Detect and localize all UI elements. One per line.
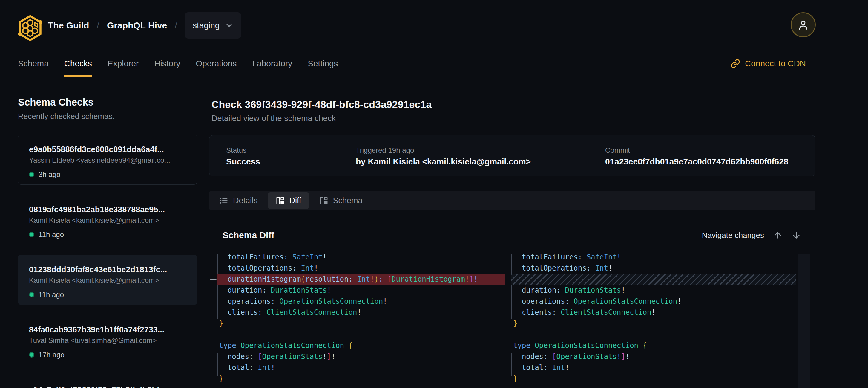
check-hash: e9a0b55886fd3ce608c091dda6a4f... <box>29 145 186 154</box>
diff-scrollbar[interactable] <box>798 254 810 388</box>
diff-columns-icon <box>276 196 285 205</box>
view-tab-label: Details <box>233 196 258 205</box>
nav-tab-explorer[interactable]: Explorer <box>107 51 138 77</box>
check-author: Tuval Simha <tuval.simha@Gmail.com> <box>29 336 186 345</box>
sidebar-subtitle: Recently checked schemas. <box>18 111 197 121</box>
diff-pane-before: totalFailures: SafeInt! totalOperations:… <box>217 254 505 388</box>
breadcrumb-separator: / <box>97 21 99 30</box>
status-value: Success <box>226 157 260 167</box>
status-dot-icon <box>29 172 34 177</box>
code-line: type OperationStatsConnection { <box>512 340 796 351</box>
arrow-up-icon[interactable] <box>773 231 782 240</box>
check-time: 17h ago <box>38 351 64 359</box>
target-select-value: staging <box>193 21 220 30</box>
check-view-tabs: DetailsDiffSchema <box>209 191 815 210</box>
status-column: Status Success <box>226 146 260 167</box>
code-line: totalOperations: Int! <box>217 263 505 274</box>
code-line: } <box>512 318 796 329</box>
commit-value: 01a23ee0f7db01a9e7ac0d0747d62bb900f0f628 <box>605 157 788 167</box>
app-header: The Guild / GraphQL Hive / staging Schem… <box>0 0 868 77</box>
check-card[interactable]: c14e7eff1ef30001f70e72b8ffefb8bf... <box>18 375 197 388</box>
check-card[interactable]: 0819afc4981ba2ab18e338788ae95...Kamil Ki… <box>18 195 197 245</box>
breadcrumb-org[interactable]: The Guild <box>48 20 89 30</box>
code-line: operations: OperationStatsConnection! <box>217 296 505 307</box>
view-tab-label: Diff <box>289 196 301 205</box>
navigate-changes-group: Navigate changes <box>702 231 801 240</box>
status-dot-icon <box>29 352 34 358</box>
nav-tab-schema[interactable]: Schema <box>18 51 49 77</box>
check-list: e9a0b55886fd3ce608c091dda6a4f...Yassin E… <box>18 135 197 388</box>
app-root: The Guild / GraphQL Hive / staging Schem… <box>0 0 868 388</box>
breadcrumb-project[interactable]: GraphQL Hive <box>107 20 167 30</box>
code-line: } <box>217 318 505 329</box>
code-after: totalFailures: SafeInt! totalOperations:… <box>512 254 796 384</box>
check-time-row: 11h ago <box>29 231 186 239</box>
chevron-down-icon <box>225 21 233 30</box>
schema-diff-header: Schema Diff Navigate changes <box>209 230 815 240</box>
diff-pane-after: totalFailures: SafeInt! totalOperations:… <box>512 254 796 388</box>
connect-to-cdn-button[interactable]: Connect to CDN <box>731 51 806 77</box>
check-author: Kamil Kisiela <kamil.kisiela@gmail.com> <box>29 216 186 225</box>
user-icon <box>797 19 809 31</box>
view-tab-schema[interactable]: Schema <box>312 192 370 209</box>
check-author: Yassin Eldeeb <yassineldeeb94@gmail.co..… <box>29 156 186 165</box>
nav-tab-settings[interactable]: Settings <box>308 51 338 77</box>
hive-honeycomb-logo[interactable] <box>17 14 44 42</box>
arrow-down-icon[interactable] <box>792 231 801 240</box>
code-line: nodes: [OperationStats!]! <box>512 351 796 362</box>
code-line: } <box>217 374 505 384</box>
breadcrumb: The Guild / GraphQL Hive / staging <box>48 0 241 51</box>
diff-removed-line: durationHistogram(resolution: Int!): [Du… <box>217 274 505 285</box>
check-card[interactable]: e9a0b55886fd3ce608c091dda6a4f...Yassin E… <box>18 135 197 185</box>
code-line: duration: DurationStats! <box>512 285 796 296</box>
diff-collapsed-region <box>512 274 796 285</box>
nav-tab-operations[interactable]: Operations <box>196 51 237 77</box>
code-line: total: Int! <box>512 362 796 374</box>
code-line: totalOperations: Int! <box>512 263 796 274</box>
check-time: 11h ago <box>38 231 64 239</box>
check-card[interactable]: 84fa0cab9367b39e1b1ff0a74f2733...Tuval S… <box>18 315 197 365</box>
check-hash: c14e7eff1ef30001f70e72b8ffefb8bf... <box>29 385 186 388</box>
code-line: duration: DurationStats! <box>217 285 505 296</box>
breadcrumb-separator: / <box>175 21 177 30</box>
check-time: 11h ago <box>38 291 64 299</box>
code-line: clients: ClientStatsConnection! <box>512 307 796 318</box>
triggered-value: by Kamil Kisiela <kamil.kisiela@gmail.co… <box>356 157 531 167</box>
code-line: nodes: [OperationStats!]! <box>217 351 505 362</box>
schema-diff-title: Schema Diff <box>222 230 274 240</box>
view-tab-diff[interactable]: Diff <box>268 192 309 209</box>
check-time: 3h ago <box>38 170 60 179</box>
schema-checks-sidebar: Schema Checks Recently checked schemas. … <box>18 96 197 388</box>
page-title: Check 369f3439-929f-48df-bfc8-cd3a9291ec… <box>212 99 815 110</box>
page-subtitle: Detailed view of the schema check <box>212 114 815 123</box>
check-time-row: 17h ago <box>29 351 186 359</box>
code-line <box>217 329 505 340</box>
check-author: Kamil Kisiela <kamil.kisiela@gmail.com> <box>29 276 186 285</box>
code-line <box>512 329 796 340</box>
schema-diff-editor[interactable]: totalFailures: SafeInt! totalOperations:… <box>209 254 815 388</box>
check-card[interactable]: 01238ddd30faf8c43e61be2d1813fc...Kamil K… <box>18 255 197 305</box>
target-select[interactable]: staging <box>185 12 241 38</box>
check-time-row: 3h ago <box>29 170 186 179</box>
commit-column: Commit 01a23ee0f7db01a9e7ac0d0747d62bb90… <box>605 146 788 167</box>
nav-tab-laboratory[interactable]: Laboratory <box>252 51 292 77</box>
triggered-column: Triggered 19h ago by Kamil Kisiela <kami… <box>356 146 531 167</box>
triggered-label: Triggered 19h ago <box>356 146 531 154</box>
status-card: Status Success Triggered 19h ago by Kami… <box>209 135 815 176</box>
navigate-changes-label: Navigate changes <box>702 231 764 240</box>
code-line: operations: OperationStatsConnection! <box>512 296 796 307</box>
nav-tab-history[interactable]: History <box>154 51 180 77</box>
status-dot-icon <box>29 292 34 297</box>
list-icon <box>219 196 228 205</box>
status-label: Status <box>226 146 260 154</box>
nav-tab-checks[interactable]: Checks <box>64 51 92 77</box>
user-avatar-button[interactable] <box>790 12 816 37</box>
connect-to-cdn-label: Connect to CDN <box>745 59 806 68</box>
schema-columns-icon <box>319 196 328 205</box>
link-icon <box>731 59 740 68</box>
check-hash: 01238ddd30faf8c43e61be2d1813fc... <box>29 265 186 274</box>
check-time-row: 11h ago <box>29 291 186 299</box>
view-tab-details[interactable]: Details <box>212 192 266 209</box>
check-detail-main: Check 369f3439-929f-48df-bfc8-cd3a9291ec… <box>209 99 815 388</box>
view-tab-label: Schema <box>333 196 363 205</box>
